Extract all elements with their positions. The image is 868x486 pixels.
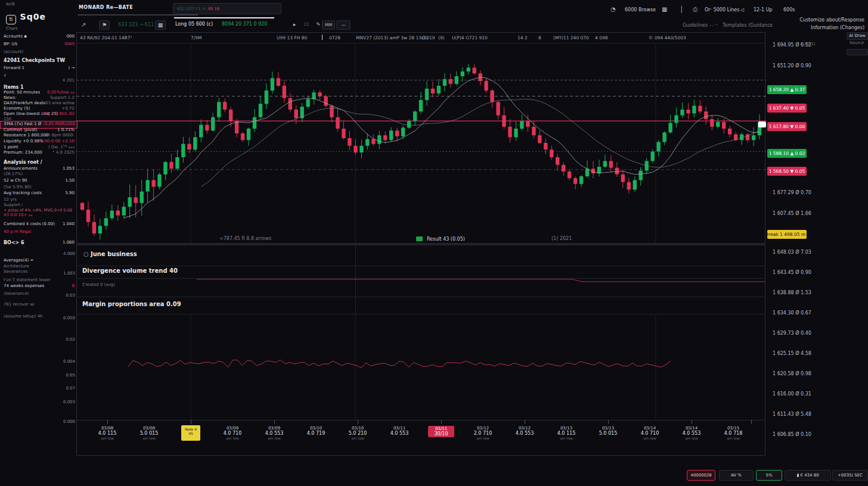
sidebar-row-label: (5w 5.9% 80) (4, 185, 32, 189)
sidebar-row[interactable]: Resistance 1 800,0004h 8pm 0000- (0, 133, 76, 139)
time-axis-label[interactable]: 03/144.0 710am low (637, 426, 663, 440)
current-price-badge[interactable]: 1 617.80 ▼ 0.00 (767, 122, 807, 131)
pane-title-margin[interactable]: Margin proportions area 0.09 (82, 301, 181, 307)
ohlc-token: U99 13 FH 80 (277, 35, 307, 40)
tab-monard[interactable]: MONARD Re—BATE (79, 5, 133, 10)
sidebar-row[interactable]: 74 weeks expenses8 (0, 284, 76, 289)
time-axis-label[interactable]: 03/1130/10 (428, 426, 454, 437)
sidebar-row[interactable]: Accounts ▪000 (0, 34, 76, 40)
sidebar-row[interactable]: BO<> 61.060 (0, 240, 76, 246)
footer-button[interactable]: ▮ € 434 80 (785, 470, 831, 481)
clock-icon[interactable]: ◔ (610, 6, 616, 13)
left-scale-label: 0.004 (51, 359, 75, 364)
source-box[interactable] (847, 49, 868, 55)
ruler-tool-icon[interactable]: — (336, 20, 351, 30)
send-arrow-icon[interactable]: ↗ (81, 21, 86, 28)
time-axis-label[interactable]: 03/124.0 553 (512, 426, 538, 436)
time-axis-label[interactable]: 03/144.0 553am low (678, 426, 705, 440)
left-scale-label: 0.03 (51, 293, 75, 298)
topbar-item[interactable]: 6000 Browse (625, 7, 656, 13)
time-axis-label[interactable]: 03/085.0 015am low (136, 426, 162, 440)
sidebar-row[interactable]: (account) (0, 49, 76, 55)
sep-icon[interactable]: │ (680, 6, 683, 13)
sidebar-row[interactable]: Combined 4 costs (0.00)1.040 (0, 222, 76, 228)
topbar-item[interactable]: 12-1 Up (754, 7, 773, 13)
price-axis-label: 1 643.45 Ø 0.90 (773, 270, 811, 275)
time-axis-label[interactable]: 03/114.0 553 (386, 426, 413, 436)
time-axis-label[interactable]: 03/084.0 115am low (94, 426, 120, 440)
sidebar-row[interactable]: Avg tracking costs5.90 (0, 191, 76, 197)
time-axis-label[interactable]: 03/094.0 710am low (219, 426, 246, 440)
sidebar-row[interactable]: ¥ 201 (0, 78, 76, 84)
price-level-badge[interactable]: 1 588.10 ▲ 0.02 (767, 149, 807, 158)
calendar-icon[interactable]: ▦ (155, 20, 166, 30)
sidebar-row-label: 4 (4, 73, 6, 78)
sidebar-row[interactable]: Averages(4) = (0, 258, 76, 264)
axis-note: 4.45(1) (800, 42, 816, 46)
sidebar-row-label: Premium: 234,000 (4, 150, 42, 155)
footer-button[interactable]: AV % (719, 470, 754, 481)
sidebar-row-value: 1 0.71% (57, 127, 75, 132)
time-axis-label[interactable]: 03/122.0 710am low (470, 426, 496, 440)
indicator-mm-icon[interactable]: MM (322, 20, 335, 30)
sidebar-row-value: ) Ow, 1ᵀᴹ ⁎⁎⁎ (48, 145, 75, 149)
price-axis-label: 1 611.43 Ø 5.48 (773, 412, 811, 417)
sidebar-row[interactable]: 43 0.0 10+ ⁎⁎ (0, 213, 76, 219)
sidebar-row[interactable]: 42041 Checkpoints TW (0, 58, 76, 64)
candles-tool-icon[interactable]: ⌶⌶ (302, 20, 311, 29)
topbar-item[interactable]: Or· 5000 Lines (705, 7, 739, 13)
price-level-badge[interactable]: 1 637.40 ▼ 0.05 (767, 104, 807, 113)
time-axis-label[interactable]: 03/135.0 015 (595, 426, 621, 436)
sidebar-row-label: Combined 4 costs (0.00) (4, 222, 55, 226)
axis-sub: am low (637, 436, 663, 440)
sidebar-row[interactable]: Liquidity +0 0.50%1x 1:00-0:00 +2.10 (0, 139, 76, 145)
guidelines-menu[interactable]: Guidelines ⋯ ᵛ (683, 23, 718, 28)
sidebar-row[interactable]: I've T statement lower (0, 278, 76, 284)
footer-button[interactable]: 5% (756, 470, 782, 481)
footer-button[interactable]: +0035/ SEC (832, 470, 868, 481)
pane-title-business[interactable]: ○ June business (83, 251, 137, 257)
time-axis-label[interactable]: 03/105.0 210am low (345, 426, 371, 440)
sidebar-row-value: 1x 1:00-0:00 +2.10 (34, 139, 75, 144)
sidebar-row[interactable]: Analysis root / (0, 160, 76, 166)
sidebar-row[interactable]: 40 p.m Regal (0, 229, 76, 235)
ohlc-token: (9) (438, 35, 445, 40)
sidebar-row[interactable]: 52 w Ch 901.50 (0, 178, 76, 184)
sidebar-row-label: News: (4, 95, 16, 100)
sidebar-row[interactable]: (26.17%) (0, 172, 76, 177)
cursor-tool-icon[interactable]: ▸ (290, 20, 299, 29)
sidebar-row-label: 43 0.0 10+ ⁎⁎ (4, 213, 33, 217)
topbar-item[interactable]: 600s (783, 7, 795, 13)
sidebar-subtitle: Chart (6, 26, 17, 31)
time-axis-label[interactable]: 03/134.0 115am low (553, 426, 579, 440)
flag-icon[interactable]: ⚑ (99, 20, 110, 30)
sidebar-row-value: 1.060 (63, 240, 75, 245)
annotation-result[interactable]: Result 43 (0.05) (416, 236, 465, 242)
price-level-badge[interactable]: Break 1 498.05 m3 (767, 230, 807, 239)
price-level-badge[interactable]: 1 658.20 ▲ 0.37 (767, 85, 807, 94)
sidebar-row[interactable]: Premium: 234,000° 4.0 2025 (0, 150, 76, 156)
grid-icon[interactable]: ▦ (662, 6, 667, 13)
sticky-note[interactable]: Note 445 (181, 425, 200, 441)
sidebar-row[interactable]: BP: USGW5 (0, 42, 76, 48)
time-axis-label[interactable]: 03/094.0 553am low (261, 426, 287, 440)
time-axis-label[interactable]: 03/104.0 719 (303, 426, 329, 436)
topbar-item[interactable]: ◁ (740, 7, 744, 13)
price-axis-label: 1 638.88 Ø 1.53 (773, 290, 811, 295)
tab-long-position[interactable]: Long 05 600 (c) (175, 21, 213, 27)
sidebar-row-label: BP: US (4, 42, 17, 46)
templates-menu[interactable]: Templates (Guidance (723, 23, 773, 28)
brand-logo[interactable]: ti Sq0e (6, 12, 76, 24)
sidebar-row[interactable]: 78} recover w/ (0, 302, 76, 308)
time-axis-label[interactable]: 03/154.0 718am low (720, 426, 746, 440)
footer-button[interactable]: 40000028 (687, 470, 715, 481)
cam-icon[interactable]: ⎙ (693, 6, 698, 13)
price-level-badge[interactable]: 1 568.50 ▼ 0.05 (767, 167, 807, 176)
sidebar-row[interactable]: (5w 5.9% 80) (0, 185, 76, 191)
ai-draw-badge[interactable]: AI Draw (847, 32, 868, 40)
sidebar-row-value: ° 4.0 2025 (52, 150, 75, 155)
pane-title-divergence[interactable]: Divergence volume trend 40 (82, 267, 178, 274)
sidebar-row[interactable]: Forward 1) → (0, 66, 76, 71)
search-input[interactable]: 632 207 F1 H 49 16 (173, 3, 281, 14)
sidebar-row-label: Accounts ▪ (4, 34, 27, 39)
